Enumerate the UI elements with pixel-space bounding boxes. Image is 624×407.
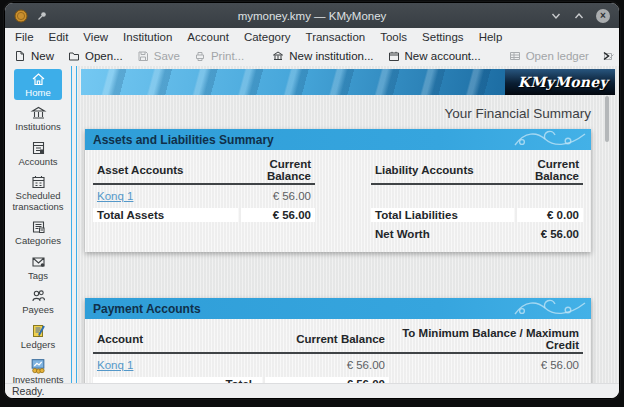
chevron-right-icon (601, 50, 611, 62)
payment-accounts-panel: Payment Accounts (85, 298, 591, 383)
sidebar-item-payees[interactable]: Payees (8, 286, 68, 317)
total-balance-value: € 56.00 (265, 377, 389, 384)
window-title: mymoney.kmy — KMyMoney (5, 10, 619, 22)
sidebar-item-categories[interactable]: Categories (8, 217, 68, 248)
app-coin-icon (14, 9, 28, 23)
menu-file[interactable]: File (15, 31, 34, 43)
payment-accounts-body: Account Current Balance To Minimum Balan… (85, 319, 591, 383)
print-icon (194, 50, 206, 62)
open-folder-icon (68, 50, 80, 62)
menu-account[interactable]: Account (187, 31, 229, 43)
menu-institution[interactable]: Institution (123, 31, 172, 43)
close-icon: × (600, 11, 606, 21)
new-account-icon (388, 50, 400, 62)
scheduled-transactions-icon (30, 174, 47, 190)
institutions-icon (30, 105, 47, 121)
table-row: Konq 1 € 56.00 € 56.00 (93, 355, 583, 374)
ledgers-icon (30, 323, 47, 339)
statusbar: Ready. (5, 383, 619, 398)
sidebar-item-accounts[interactable]: Accounts (8, 138, 68, 169)
sidebar-item-tags[interactable]: Tags (8, 252, 68, 283)
home-icon (30, 71, 47, 87)
column-header-current-balance: Current Balance (241, 157, 315, 183)
table-header-row: Account Current Balance To Minimum Balan… (93, 326, 583, 354)
print-button: Print... (194, 50, 244, 62)
new-institution-button[interactable]: New institution... (272, 50, 373, 62)
vertical-scrollbar[interactable] (605, 96, 609, 142)
asset-accounts-table: Asset Accounts Current Balance Konq 1 € … (93, 157, 315, 243)
save-button: Save (137, 50, 180, 62)
column-header-current-balance: Current Balance (517, 157, 583, 183)
menu-edit[interactable]: Edit (49, 31, 69, 43)
payment-balance-value: € 56.00 (265, 358, 389, 372)
new-button[interactable]: New (14, 50, 54, 62)
section-title: Payment Accounts (93, 302, 201, 316)
kmymoney-logo: KMyMoney (505, 69, 615, 95)
asset-balance-value: € 56.00 (241, 189, 315, 203)
sidebar-item-investments[interactable]: Investments (8, 355, 68, 383)
assets-liabilities-body: Asset Accounts Current Balance Konq 1 € … (85, 150, 591, 252)
menu-view[interactable]: View (83, 31, 108, 43)
column-header-asset-accounts: Asset Accounts (93, 163, 238, 177)
menubar: File Edit View Institution Account Categ… (5, 28, 619, 45)
sidebar-item-scheduled-transactions[interactable]: Scheduled transactions (8, 172, 68, 214)
new-account-button[interactable]: New account... (388, 50, 481, 62)
assets-liabilities-panel: Assets and Liabilities Summary (85, 129, 591, 252)
total-assets-label: Total Assets (93, 208, 238, 222)
sidebar: Home Institutions Accounts (5, 66, 71, 383)
maximize-button[interactable] (573, 11, 585, 21)
liability-accounts-table: Liability Accounts Current Balance Total… (371, 157, 583, 243)
close-button[interactable]: × (596, 9, 610, 23)
sidebar-item-ledgers[interactable]: Ledgers (8, 321, 68, 352)
empty-cell (392, 383, 583, 384)
menu-tools[interactable]: Tools (380, 31, 407, 43)
table-header-row: Liability Accounts Current Balance (371, 157, 583, 185)
flourish-decoration-icon (513, 298, 587, 319)
toolbar-overflow-button[interactable] (601, 50, 611, 62)
total-liabilities-label: Total Liabilities (371, 208, 514, 222)
net-worth-value: € 56.00 (517, 227, 583, 241)
column-header-current-balance: Current Balance (265, 332, 389, 346)
table-row: Konq 1 € 56.00 (93, 186, 315, 205)
new-document-icon (14, 50, 26, 62)
sidebar-item-home[interactable]: Home (14, 69, 62, 100)
total-label: Total (93, 377, 262, 384)
payment-min-max-value: € 56.00 (392, 358, 583, 372)
categories-icon (30, 219, 47, 235)
screen: mymoney.kmy — KMyMoney × File Edit View … (0, 0, 624, 407)
total-assets-value: € 56.00 (241, 208, 315, 222)
page-title: Your Financial Summary (81, 106, 591, 121)
account-link-konq1[interactable]: Konq 1 (97, 359, 133, 371)
account-link-konq1[interactable]: Konq 1 (97, 190, 133, 202)
flourish-decoration-icon (513, 129, 587, 150)
payment-accounts-table: Account Current Balance To Minimum Balan… (93, 326, 583, 383)
save-icon (137, 50, 149, 62)
content-area: Home Institutions Accounts (5, 66, 619, 383)
section-title: Assets and Liabilities Summary (93, 133, 274, 147)
table-header-row: Asset Accounts Current Balance (93, 157, 315, 185)
status-text: Ready. (12, 385, 45, 397)
column-header-account: Account (93, 332, 262, 346)
open-ledger-button: Open ledger (509, 50, 589, 62)
tags-icon (30, 254, 47, 270)
net-worth-label: Net Worth (371, 227, 514, 241)
empty-row (371, 186, 583, 205)
main-view: KMyMoney Your Financial Summary Assets a… (77, 66, 619, 383)
pin-icon (36, 10, 48, 22)
menu-settings[interactable]: Settings (422, 31, 464, 43)
payment-accounts-header: Payment Accounts (85, 298, 591, 319)
assets-liabilities-header: Assets and Liabilities Summary (85, 129, 591, 150)
table-row-total-assets: Total Assets € 56.00 (93, 205, 315, 224)
menu-category[interactable]: Category (244, 31, 291, 43)
total-liabilities-value: € 0.00 (517, 208, 583, 222)
menu-help[interactable]: Help (479, 31, 503, 43)
menu-transaction[interactable]: Transaction (306, 31, 366, 43)
minimize-button[interactable] (550, 11, 562, 21)
sidebar-item-institutions[interactable]: Institutions (8, 103, 68, 134)
titlebar: mymoney.kmy — KMyMoney × (5, 3, 619, 28)
toolbar: New Open... Save Print... New institutio… (5, 45, 619, 66)
kmymoney-window: mymoney.kmy — KMyMoney × File Edit View … (4, 2, 620, 399)
kmymoney-banner: KMyMoney (81, 69, 615, 95)
table-row-total-liabilities: Total Liabilities € 0.00 (371, 205, 583, 224)
open-button[interactable]: Open... (68, 50, 123, 62)
